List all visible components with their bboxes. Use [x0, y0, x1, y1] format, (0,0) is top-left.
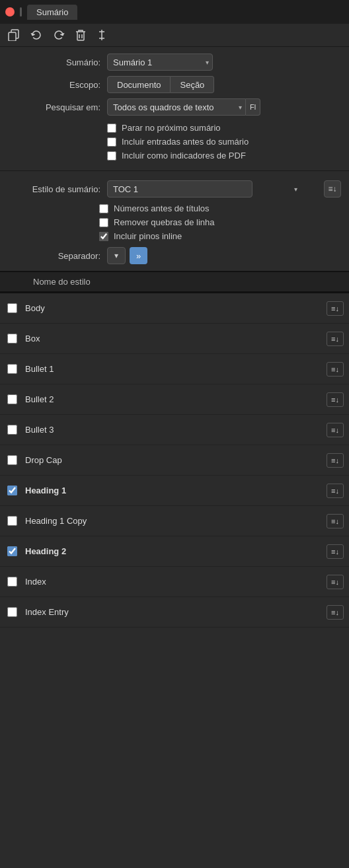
- remover-quebras-checkbox[interactable]: [99, 218, 108, 227]
- body-menu-button[interactable]: ≡↓: [327, 301, 344, 316]
- box-checkbox[interactable]: [7, 334, 17, 344]
- pesquisar-row: Pesquisar em: Todos os quadros de texto …: [8, 98, 341, 116]
- bullet1-menu-icon: ≡↓: [331, 365, 339, 373]
- style-name-heading1: Heading 1: [25, 486, 327, 495]
- heading1copy-checkbox[interactable]: [7, 516, 17, 526]
- pesquisar-select-wrapper: Todos os quadros de texto ▾: [107, 98, 246, 116]
- body-menu-icon: ≡↓: [331, 305, 339, 312]
- toc-checkbox-row-1: Números antes de títulos: [0, 201, 349, 215]
- redo-icon[interactable]: [53, 29, 65, 41]
- close-button[interactable]: [5, 7, 15, 17]
- style-row-body: Body ≡↓: [0, 293, 349, 324]
- heading1copy-menu-button[interactable]: ≡↓: [327, 514, 344, 528]
- pesquisar-value-display[interactable]: Todos os quadros de texto: [107, 98, 246, 116]
- heading1-menu-button[interactable]: ≡↓: [327, 484, 344, 498]
- style-checkbox-bullet1[interactable]: [5, 363, 19, 376]
- style-list-header: Nome do estilo: [0, 272, 349, 292]
- toc-style-row: Estilo de sumário: TOC 1 ▾ ≡↓: [0, 176, 349, 201]
- incluir-indicadores-label: Incluir como indicadores de PDF: [122, 151, 246, 161]
- style-checkbox-heading1copy[interactable]: [5, 515, 19, 528]
- style-checkbox-indexentry[interactable]: [5, 606, 19, 619]
- bullet3-menu-icon: ≡↓: [331, 426, 339, 434]
- sumario-select[interactable]: Sumário 1: [107, 54, 213, 71]
- dropcap-menu-icon: ≡↓: [331, 456, 339, 464]
- style-name-bullet3: Bullet 3: [25, 425, 327, 435]
- style-name-bullet2: Bullet 2: [25, 394, 327, 404]
- index-menu-button[interactable]: ≡↓: [327, 575, 344, 589]
- style-checkbox-box[interactable]: [5, 332, 19, 345]
- bullet1-menu-button[interactable]: ≡↓: [327, 362, 344, 377]
- parar-proximo-checkbox[interactable]: [107, 124, 116, 133]
- style-checkbox-index[interactable]: [5, 575, 19, 589]
- style-checkbox-heading2[interactable]: [5, 545, 19, 558]
- heading1copy-menu-icon: ≡↓: [331, 517, 339, 525]
- heading1-menu-icon: ≡↓: [331, 487, 339, 495]
- style-name-header: Nome do estilo: [33, 277, 91, 287]
- numeros-titulos-checkbox[interactable]: [99, 204, 108, 213]
- incluir-entradas-checkbox[interactable]: [107, 137, 116, 147]
- bullet1-checkbox[interactable]: [7, 364, 17, 374]
- style-checkbox-heading1[interactable]: [5, 484, 19, 497]
- style-name-heading2: Heading 2: [25, 546, 327, 556]
- style-row-indexentry: Index Entry ≡↓: [0, 597, 349, 628]
- heading2-checkbox[interactable]: [7, 546, 17, 556]
- bullet2-checkbox[interactable]: [7, 394, 17, 404]
- minimize-button[interactable]: [20, 7, 22, 17]
- toolbar: [0, 24, 349, 47]
- index-checkbox[interactable]: [7, 577, 17, 587]
- toc-select-wrapper: TOC 1 ▾: [107, 180, 320, 198]
- style-row-heading1: Heading 1 ≡↓: [0, 476, 349, 506]
- style-row-heading2: Heading 2 ≡↓: [0, 536, 349, 567]
- style-name-dropcap: Drop Cap: [25, 455, 327, 465]
- incluir-indicadores-checkbox[interactable]: [107, 151, 116, 161]
- separator-dropdown-arrow: ▾: [114, 251, 118, 260]
- undo-icon[interactable]: [30, 29, 42, 41]
- dropcap-menu-button[interactable]: ≡↓: [327, 453, 344, 468]
- numeros-titulos-label: Números antes de títulos: [114, 203, 210, 213]
- style-list-container[interactable]: Body ≡↓ Box ≡↓ Bullet 1 ≡↓ Bullet 2 ≡↓: [0, 293, 349, 628]
- style-name-body: Body: [25, 303, 327, 313]
- style-checkbox-bullet2[interactable]: [5, 393, 19, 406]
- scope-documento-button[interactable]: Documento: [107, 76, 171, 93]
- bullet3-checkbox[interactable]: [7, 425, 17, 435]
- separator-dropdown-button[interactable]: ▾: [107, 247, 126, 264]
- toc-menu-button[interactable]: ≡↓: [324, 180, 341, 198]
- toc-style-label: Estilo de sumário:: [8, 184, 100, 194]
- style-checkbox-bullet3[interactable]: [5, 423, 19, 437]
- toc-select-arrow: ▾: [294, 186, 297, 193]
- copy-icon[interactable]: [8, 29, 20, 41]
- separator-row: Separador: ▾ »: [0, 243, 349, 271]
- style-checkbox-dropcap[interactable]: [5, 454, 19, 467]
- heading2-menu-button[interactable]: ≡↓: [327, 544, 344, 559]
- separator-arrow-button[interactable]: »: [130, 247, 147, 264]
- body-checkbox[interactable]: [7, 303, 17, 313]
- bullet2-menu-button[interactable]: ≡↓: [327, 392, 344, 407]
- index-menu-icon: ≡↓: [331, 578, 339, 586]
- pesquisar-more-button[interactable]: Fl: [246, 98, 260, 116]
- incluir-pinos-checkbox[interactable]: [99, 232, 108, 241]
- dropcap-checkbox[interactable]: [7, 455, 17, 465]
- toc-style-select[interactable]: TOC 1: [107, 180, 252, 198]
- indexentry-checkbox[interactable]: [7, 607, 17, 617]
- heading1-checkbox[interactable]: [7, 486, 17, 495]
- bullet3-menu-button[interactable]: ≡↓: [327, 423, 344, 437]
- bullet2-menu-icon: ≡↓: [331, 396, 339, 404]
- checkbox-row-2: Incluir entradas antes do sumário: [8, 135, 341, 149]
- style-row-index: Index ≡↓: [0, 567, 349, 597]
- indexentry-menu-button[interactable]: ≡↓: [327, 605, 344, 620]
- incluir-entradas-label: Incluir entradas antes do sumário: [122, 137, 249, 147]
- escopo-label: Escopo:: [8, 80, 100, 90]
- pesquisar-input-wrapper: Todos os quadros de texto ▾ Fl: [107, 98, 260, 116]
- sumario-select-wrapper: Sumário 1 ▾: [107, 54, 213, 71]
- style-row-dropcap: Drop Cap ≡↓: [0, 445, 349, 476]
- cursor-icon[interactable]: [97, 29, 107, 41]
- style-checkbox-body[interactable]: [5, 302, 19, 315]
- scope-secao-button[interactable]: Seção: [171, 76, 214, 93]
- tab-label[interactable]: Sumário: [27, 5, 77, 20]
- scope-buttons: Documento Seção: [107, 76, 214, 93]
- sumario-row: Sumário: Sumário 1 ▾: [8, 54, 341, 71]
- box-menu-icon: ≡↓: [331, 335, 339, 343]
- separator-label: Separador:: [8, 251, 100, 261]
- trash-icon[interactable]: [75, 29, 86, 41]
- box-menu-button[interactable]: ≡↓: [327, 332, 344, 346]
